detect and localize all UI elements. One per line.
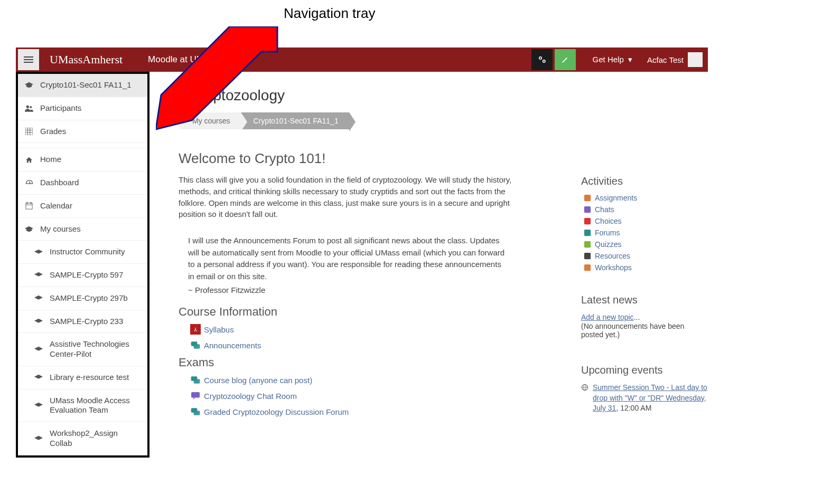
nav-item-instructor-community[interactable]: Instructor Community <box>18 241 147 264</box>
graduation-cap-icon <box>34 434 43 443</box>
hamburger-icon <box>24 59 33 60</box>
globe-icon <box>581 384 588 391</box>
nav-label: Dashboard <box>40 178 79 188</box>
avatar[interactable] <box>688 52 703 67</box>
nav-item-home[interactable]: Home <box>18 148 147 172</box>
svg-rect-27 <box>584 241 591 248</box>
welcome-heading: Welcome to Crypto 101! <box>179 150 560 167</box>
nav-label: Library e-resource test <box>50 373 129 383</box>
navigation-tray: Crypto101-Sec01 FA11_1 Participants Grad… <box>16 72 149 458</box>
edit-mode-button[interactable] <box>555 49 576 70</box>
activity-link-assignments[interactable]: Assignments <box>583 194 708 202</box>
graduation-cap-icon <box>34 317 43 326</box>
brand-logo[interactable]: UMassAmherst <box>50 53 123 66</box>
activity-link-choices[interactable]: Choices <box>583 217 708 225</box>
activity-icon <box>583 205 592 214</box>
graduation-cap-icon <box>34 345 43 354</box>
nav-item-library-eresource[interactable]: Library e-resource test <box>18 366 147 389</box>
svg-rect-22 <box>194 411 200 415</box>
activity-link-chats[interactable]: Chats <box>583 205 708 214</box>
resource-graded-forum[interactable]: Graded Cryptozoology Discussion Forum <box>190 406 560 417</box>
svg-rect-20 <box>191 392 200 398</box>
forum-icon <box>190 375 201 385</box>
get-help-menu[interactable]: Get Help ▾ <box>593 55 633 64</box>
svg-marker-0 <box>156 26 277 129</box>
activity-icon <box>583 263 592 272</box>
nav-item-grades[interactable]: Grades <box>18 120 147 144</box>
nav-toggle-button[interactable] <box>18 49 39 70</box>
activity-link-quizzes[interactable]: Quizzes <box>583 240 708 249</box>
resource-label: Graded Cryptozoology Discussion Forum <box>204 407 349 416</box>
section-course-info: Course Information <box>179 305 560 319</box>
chat-icon <box>190 391 201 401</box>
calendar-icon <box>24 202 34 210</box>
gauge-icon <box>24 178 34 187</box>
nav-item-umass-access-eval[interactable]: UMass Moodle Access Evaluation Team <box>18 389 147 423</box>
nav-item-sample-597[interactable]: SAMPLE-Crypto 597 <box>18 264 147 287</box>
nav-item-assistive-tech[interactable]: Assistive Technologies Center-Pilot <box>18 333 147 366</box>
nav-item-sample-233[interactable]: SAMPLE-Crypto 233 <box>18 310 147 334</box>
resource-label: Course blog (anyone can post) <box>204 376 312 385</box>
nav-label: SAMPLE-Crypto 597 <box>50 270 123 280</box>
right-column: Activities AssignmentsChatsChoicesForums… <box>581 175 708 414</box>
graduation-cap-icon <box>34 248 43 256</box>
activity-label: Chats <box>595 205 614 214</box>
admin-cogs-button[interactable] <box>531 49 553 70</box>
nav-label: Assistive Technologies Center-Pilot <box>50 339 141 359</box>
nav-label: Home <box>40 155 61 165</box>
nav-item-dashboard[interactable]: Dashboard <box>18 172 147 195</box>
resource-label: Announcements <box>204 341 261 350</box>
nav-label: Crypto101-Sec01 FA11_1 <box>40 80 132 90</box>
intro-text: This class will give you a solid foundat… <box>179 174 527 220</box>
activity-link-forums[interactable]: Forums <box>583 229 708 237</box>
latest-news-title: Latest news <box>581 294 708 306</box>
nav-label: Workshop2_Assign Collab <box>50 429 141 449</box>
nav-item-course[interactable]: Crypto101-Sec01 FA11_1 <box>18 74 147 97</box>
nav-label: UMass Moodle Access Evaluation Team <box>50 396 141 416</box>
svg-rect-26 <box>584 230 591 236</box>
resource-course-blog[interactable]: Course blog (anyone can post) <box>190 375 560 385</box>
resource-label: Cryptozoology Chat Room <box>204 392 297 401</box>
resource-chat-room[interactable]: Cryptozoology Chat Room <box>190 391 560 401</box>
graduation-cap-icon <box>34 373 43 382</box>
activities-title: Activities <box>581 175 708 187</box>
topbar: UMassAmherst Moodle at UMass Get Help ▾ … <box>16 47 708 72</box>
grid-icon <box>24 127 34 136</box>
ellipsis: ... <box>634 313 640 321</box>
activity-label: Quizzes <box>595 240 622 249</box>
nav-item-mycourses[interactable]: My courses <box>18 218 147 241</box>
user-menu[interactable]: Acfac Test <box>647 55 684 64</box>
nav-item-sample-297b[interactable]: SAMPLE-Crypto 297b <box>18 287 147 310</box>
graduation-cap-icon <box>24 81 34 89</box>
svg-rect-23 <box>584 195 591 201</box>
nav-label: Instructor Community <box>50 247 125 257</box>
svg-point-1 <box>539 57 541 60</box>
activity-label: Resources <box>595 252 630 260</box>
add-topic-link[interactable]: Add a new topic <box>581 313 634 321</box>
svg-rect-24 <box>584 206 591 213</box>
users-icon <box>24 104 34 112</box>
resource-syllabus[interactable]: ⅄ Syllabus <box>190 324 560 335</box>
forum-icon <box>190 340 201 350</box>
activity-link-workshops[interactable]: Workshops <box>583 263 708 272</box>
resource-announcements[interactable]: Announcements <box>190 340 560 350</box>
home-icon <box>24 156 34 164</box>
activity-label: Workshops <box>595 263 632 272</box>
activity-label: Forums <box>595 229 620 237</box>
cogs-icon <box>537 55 547 64</box>
nav-item-workshop2[interactable]: Workshop2_Assign Collab <box>18 422 147 455</box>
nav-item-participants[interactable]: Participants <box>18 97 147 120</box>
svg-text:⅄: ⅄ <box>193 327 198 332</box>
activity-icon <box>583 194 592 202</box>
activity-link-resources[interactable]: Resources <box>583 252 708 260</box>
resource-label: Syllabus <box>204 325 234 334</box>
nav-label: SAMPLE-Crypto 297b <box>50 293 128 303</box>
nav-label: Grades <box>40 127 66 137</box>
nav-item-calendar[interactable]: Calendar <box>18 195 147 218</box>
nav-label: Participants <box>40 103 81 113</box>
announcement-note: I will use the Announcements Forum to po… <box>188 235 505 282</box>
svg-point-3 <box>26 106 29 108</box>
activity-label: Assignments <box>595 194 637 202</box>
section-exams: Exams <box>179 356 560 369</box>
activity-icon <box>583 240 592 249</box>
